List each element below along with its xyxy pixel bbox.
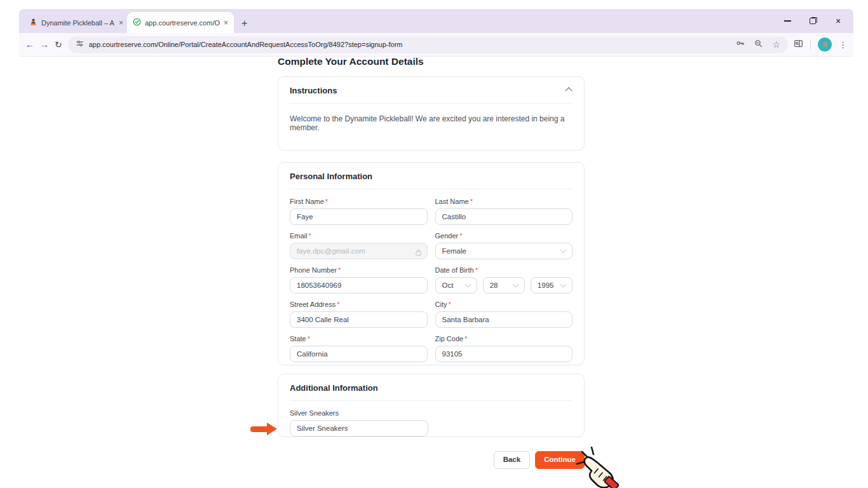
- new-tab-button[interactable]: +: [241, 18, 247, 29]
- bookmark-star-icon[interactable]: ☆: [772, 40, 780, 49]
- browser-chrome: Dynamite Pickleball – A Culture × app.co…: [19, 9, 853, 57]
- gender-select[interactable]: Female: [435, 243, 573, 259]
- zoom-out-icon[interactable]: [754, 39, 763, 50]
- annotation-arrow-icon: [250, 423, 277, 435]
- tab-strip: Dynamite Pickleball – A Culture × app.co…: [19, 9, 853, 33]
- dob-month-select[interactable]: Oct: [435, 277, 477, 294]
- first-name-label: First Name*: [290, 198, 428, 205]
- back-button[interactable]: Back: [494, 451, 531, 469]
- window-controls: ×: [775, 9, 851, 33]
- reload-button[interactable]: ↻: [55, 40, 62, 49]
- silver-sneakers-label: Silver Sneakers: [290, 409, 573, 417]
- zip-label: Zip Code*: [435, 335, 573, 342]
- window-minimize-button[interactable]: [775, 9, 800, 33]
- required-marker: *: [337, 301, 339, 308]
- required-marker: *: [465, 335, 467, 342]
- zip-input[interactable]: [435, 346, 573, 362]
- window-restore-button[interactable]: [800, 9, 825, 33]
- dob-year-select[interactable]: 1995: [531, 277, 573, 294]
- close-icon: ×: [836, 17, 841, 25]
- phone-field-group: Phone Number*: [290, 266, 428, 294]
- email-input: [290, 243, 428, 259]
- dob-year-value: 1995: [538, 281, 554, 289]
- page-title: Complete Your Account Details: [278, 56, 424, 67]
- browser-menu-icon[interactable]: ⋮: [839, 40, 847, 50]
- email-input-wrapper: [290, 243, 428, 259]
- screen: Dynamite Pickleball – A Culture × app.co…: [0, 0, 868, 488]
- minimize-icon: [784, 20, 791, 22]
- required-marker: *: [459, 232, 462, 240]
- tab-courtreserve[interactable]: app.courtreserve.com/Online/P ×: [127, 12, 234, 33]
- instructions-body: Welcome to the Dynamite Pickleball! We a…: [290, 104, 573, 132]
- instructions-card: Instructions Welcome to the Dynamite Pic…: [278, 76, 585, 151]
- personal-information-card: Personal Information First Name* Last Na…: [278, 162, 585, 365]
- required-marker: *: [325, 198, 328, 205]
- street-label: Street Address*: [290, 301, 428, 308]
- tab-title: app.courtreserve.com/Online/P: [145, 19, 220, 27]
- chevron-down-icon: [560, 247, 567, 254]
- phone-input[interactable]: [290, 277, 428, 294]
- phone-label: Phone Number*: [290, 266, 428, 274]
- tab-dynamite-pickleball[interactable]: Dynamite Pickleball – A Culture ×: [25, 12, 127, 33]
- personal-information-header: Personal Information: [290, 172, 372, 181]
- chevron-down-icon: [560, 281, 567, 288]
- city-label: City*: [435, 301, 573, 308]
- silver-sneakers-input[interactable]: [290, 420, 428, 437]
- window-close-button[interactable]: ×: [825, 9, 851, 33]
- toolbar-divider: [810, 39, 811, 50]
- tab-close-icon[interactable]: ×: [224, 19, 228, 27]
- click-hand-cursor-icon: [574, 445, 620, 488]
- first-name-input[interactable]: [290, 208, 428, 225]
- toolbar-right: S ⋮: [794, 37, 847, 51]
- tab-close-icon[interactable]: ×: [119, 19, 123, 27]
- gender-selected-value: Female: [442, 247, 466, 255]
- dynamite-pickleball-favicon-icon: [29, 17, 37, 29]
- email-field-group: Email*: [290, 232, 428, 259]
- profile-avatar[interactable]: S: [818, 37, 832, 51]
- required-marker: *: [309, 232, 311, 240]
- dob-day-value: 28: [490, 281, 498, 289]
- last-name-label: Last Name*: [435, 198, 573, 205]
- address-bar[interactable]: app.courtreserve.com/Online/Portal/Creat…: [68, 36, 788, 53]
- first-name-field-group: First Name*: [290, 198, 428, 225]
- courtreserve-check-favicon-icon: [133, 17, 141, 29]
- required-marker: *: [338, 266, 341, 274]
- street-input[interactable]: [290, 311, 428, 328]
- forward-button[interactable]: →: [40, 40, 49, 49]
- dob-month-value: Oct: [442, 281, 454, 289]
- email-label: Email*: [290, 232, 428, 240]
- browser-toolbar: ← → ↻ app.courtreserve.com/Online/Portal…: [19, 33, 853, 57]
- password-manager-key-icon[interactable]: [736, 39, 745, 50]
- additional-information-header: Additional Information: [290, 383, 378, 393]
- gender-field-group: Gender* Female: [435, 232, 573, 259]
- city-field-group: City*: [435, 301, 573, 328]
- omnibox-actions: ☆: [736, 39, 780, 50]
- gender-label: Gender*: [435, 232, 573, 240]
- instructions-header: Instructions: [290, 86, 337, 95]
- form-actions: Back Continue: [278, 451, 585, 469]
- dob-label: Date of Birth*: [435, 266, 573, 274]
- dob-field-group: Date of Birth* Oct 28 1995: [435, 266, 573, 294]
- chevron-down-icon: [465, 281, 471, 288]
- url-text[interactable]: app.courtreserve.com/Online/Portal/Creat…: [89, 41, 731, 48]
- state-input[interactable]: [290, 346, 428, 362]
- site-settings-icon[interactable]: [76, 39, 84, 50]
- collapse-chevron-up-icon[interactable]: [565, 87, 572, 94]
- back-button[interactable]: ←: [25, 40, 34, 49]
- required-marker: *: [448, 301, 451, 308]
- state-field-group: State*: [290, 335, 428, 362]
- last-name-field-group: Last Name*: [435, 198, 573, 225]
- required-marker: *: [308, 335, 310, 342]
- state-label: State*: [290, 335, 428, 342]
- tab-title: Dynamite Pickleball – A Culture: [41, 19, 115, 27]
- street-field-group: Street Address*: [290, 301, 428, 328]
- zip-field-group: Zip Code*: [435, 335, 573, 362]
- city-input[interactable]: [435, 311, 573, 328]
- required-marker: *: [475, 266, 478, 274]
- dob-day-select[interactable]: 28: [483, 277, 525, 294]
- required-marker: *: [470, 198, 473, 205]
- side-panel-search-icon[interactable]: [794, 39, 803, 51]
- chevron-down-icon: [512, 281, 519, 288]
- last-name-input[interactable]: [435, 208, 573, 225]
- additional-information-card: Additional Information Silver Sneakers: [278, 374, 585, 437]
